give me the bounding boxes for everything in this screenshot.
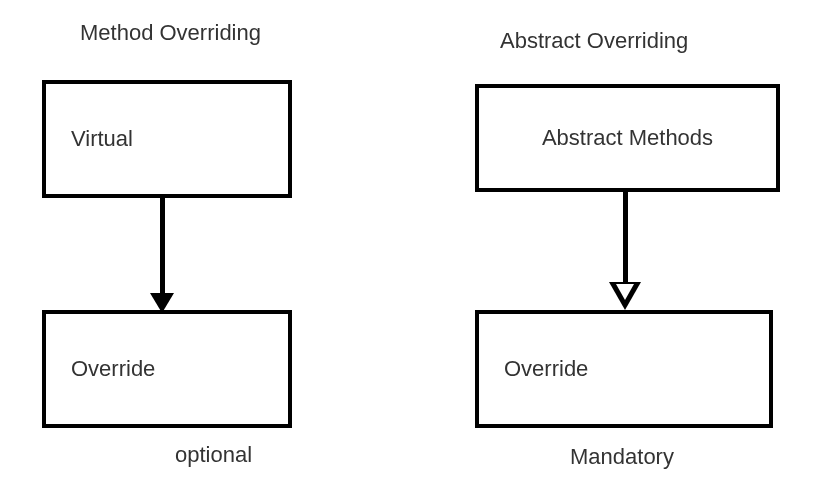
arrow-left-line — [160, 198, 165, 298]
abstract-methods-box-label: Abstract Methods — [542, 125, 713, 151]
override-right-box: Override — [475, 310, 773, 428]
abstract-overriding-title: Abstract Overriding — [500, 28, 688, 54]
arrow-right-line — [623, 192, 628, 284]
virtual-box: Virtual — [42, 80, 292, 198]
method-overriding-title: Method Overriding — [80, 20, 261, 46]
optional-caption: optional — [175, 442, 252, 468]
mandatory-caption: Mandatory — [570, 444, 674, 470]
override-left-box-label: Override — [71, 356, 155, 382]
override-left-box: Override — [42, 310, 292, 428]
arrow-left-head-icon — [150, 293, 174, 313]
override-right-box-label: Override — [504, 356, 588, 382]
abstract-methods-box: Abstract Methods — [475, 84, 780, 192]
arrow-right-head-icon — [609, 282, 641, 310]
virtual-box-label: Virtual — [71, 126, 133, 152]
